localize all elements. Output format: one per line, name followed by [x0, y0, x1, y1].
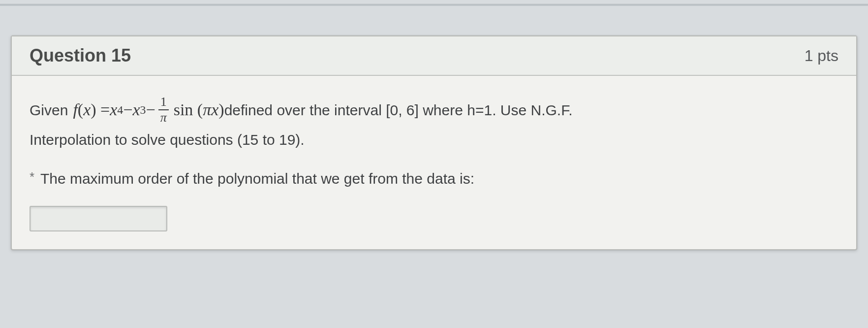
term2-base: x	[132, 96, 140, 124]
top-divider	[0, 4, 868, 6]
given-label: Given	[30, 98, 68, 123]
prompt-text: The maximum order of the polynomial that…	[36, 170, 474, 187]
page-root: Question 15 1 pts Given f ( x ) = x4 − x…	[0, 0, 868, 328]
minus-1: −	[123, 96, 132, 124]
fraction-one-over-pi: 1 π	[158, 96, 169, 124]
question-prompt: * The maximum order of the polynomial th…	[30, 166, 838, 191]
paren-close-eq: ) =	[91, 96, 110, 124]
fraction-numerator: 1	[158, 96, 169, 108]
sin-label: sin (	[174, 96, 203, 124]
fraction-denominator: π	[158, 111, 169, 124]
var-x-lhs: x	[83, 96, 91, 124]
required-mark-icon: *	[30, 169, 34, 184]
math-expression: f ( x ) = x4 − x3 − 1 π sin ( π	[73, 96, 224, 124]
sin-close-paren: )	[218, 96, 224, 124]
question-card: Question 15 1 pts Given f ( x ) = x4 − x…	[11, 35, 857, 250]
question-text-line-1: Given f ( x ) = x4 − x3 − 1 π s	[30, 96, 838, 124]
term1-base: x	[110, 96, 117, 124]
question-header: Question 15 1 pts	[12, 36, 856, 76]
paren-open: (	[78, 96, 83, 124]
question-text-line-2: Interpolation to solve questions (15 to …	[30, 127, 838, 152]
sin-arg-pi: π	[203, 96, 211, 124]
minus-2: −	[146, 96, 155, 124]
question-points: 1 pts	[805, 47, 838, 65]
question-body: Given f ( x ) = x4 − x3 − 1 π s	[12, 76, 856, 249]
sin-arg-x: x	[211, 96, 218, 124]
answer-input[interactable]	[30, 206, 167, 231]
func-f: f	[73, 96, 77, 124]
question-title: Question 15	[30, 45, 131, 66]
after-math-text: defined over the interval [0, 6] where h…	[224, 98, 573, 123]
